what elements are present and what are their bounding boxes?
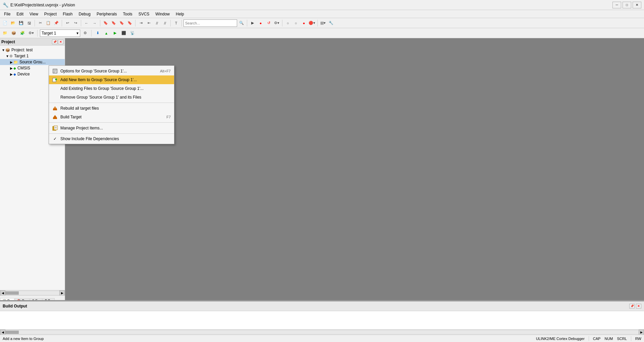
dbg-step-over-button[interactable]: ●: [300, 19, 308, 27]
menu-help[interactable]: Help: [173, 11, 187, 17]
bottom-scroll-track[interactable]: [5, 331, 639, 334]
open-button[interactable]: 📂: [9, 19, 17, 27]
search-button[interactable]: 🔍: [238, 19, 245, 27]
ctx-build-target[interactable]: Build Target F7: [49, 113, 174, 121]
scroll-right-btn[interactable]: ▶: [59, 290, 65, 296]
cut-button[interactable]: ✂: [37, 19, 44, 27]
ctx-show-include-label: Show Include File Dependencies: [60, 136, 171, 141]
menu-edit[interactable]: Edit: [14, 11, 26, 17]
scroll-left-btn[interactable]: ◀: [0, 290, 5, 296]
bookmark4-button[interactable]: 🔖: [126, 19, 133, 27]
copy-button[interactable]: 📋: [45, 19, 52, 27]
tree-source-group[interactable]: ▶ 📁 Source Grou...: [0, 59, 65, 65]
ctx-add-existing-label: Add Existing Files to Group 'Source Grou…: [60, 86, 171, 91]
paste-button[interactable]: 📌: [53, 19, 60, 27]
target-dropdown-value: Target 1: [42, 31, 56, 36]
menu-flash[interactable]: Flash: [60, 11, 75, 17]
scroll-track[interactable]: [5, 291, 59, 295]
build-output-header-bar: Build Output 📌 ✕: [0, 301, 644, 311]
rebuild-icon: [52, 106, 58, 111]
trace-button[interactable]: 📡: [129, 30, 136, 37]
bottom-scroll-left[interactable]: ◀: [0, 330, 5, 335]
search-input[interactable]: [185, 21, 235, 25]
panel-header-controls: 📌 ✕: [52, 40, 63, 44]
debug-stop-button[interactable]: ●: [257, 19, 264, 27]
ctx-add-existing[interactable]: Add Existing Files to Group 'Source Grou…: [49, 84, 174, 93]
open-pack-button[interactable]: 📦: [10, 30, 17, 37]
download-button[interactable]: ⬇: [94, 30, 101, 37]
svg-marker-11: [53, 115, 57, 118]
ctx-add-new-item[interactable]: Add New Item to Group 'Source Group 1'..…: [49, 75, 174, 84]
nav-fwd-button[interactable]: →: [91, 19, 98, 27]
window-layout-button[interactable]: ▤▾: [319, 19, 327, 27]
maximize-button[interactable]: □: [623, 2, 631, 8]
debug-reset-button[interactable]: ↺: [265, 19, 272, 27]
sep8: [247, 20, 247, 26]
ctx-manage-project[interactable]: Manage Project Items...: [49, 124, 174, 132]
panel-close-button[interactable]: ✕: [58, 40, 63, 44]
extra-indicator: RW: [635, 337, 641, 341]
menu-file[interactable]: File: [1, 11, 13, 17]
ctx-rebuild-all[interactable]: Rebuild all target files: [49, 104, 174, 113]
menu-view[interactable]: View: [27, 11, 41, 17]
run-debug-button[interactable]: ▶: [111, 30, 119, 37]
bottom-scroll: ◀ ▶: [0, 329, 644, 335]
menu-debug[interactable]: Debug: [76, 11, 93, 17]
comment-button[interactable]: //: [153, 19, 161, 27]
pack-installer-button[interactable]: 🧩: [19, 30, 26, 37]
menu-tools[interactable]: Tools: [120, 11, 135, 17]
template-button[interactable]: T: [172, 19, 180, 27]
context-menu: Options for Group 'Source Group 1'... Al…: [49, 65, 174, 144]
status-right: ULINK2/ME Cortex Debugger CAP NUM SCRL R…: [536, 336, 641, 341]
ctx-options-group[interactable]: Options for Group 'Source Group 1'... Al…: [49, 67, 174, 75]
redo-button[interactable]: ↪: [72, 19, 79, 27]
device-icon: ◆: [13, 72, 16, 76]
sep5: [135, 20, 136, 26]
indent-button[interactable]: ⇥: [137, 19, 145, 27]
build-output-close[interactable]: ✕: [636, 304, 641, 308]
debug-start-button[interactable]: ▶: [249, 19, 256, 27]
uncomment-button[interactable]: //: [161, 19, 169, 27]
tree-project-root[interactable]: ▼ 📦 Project: test: [0, 47, 65, 53]
unindent-button[interactable]: ⇤: [145, 19, 153, 27]
project-label: Project: test: [11, 48, 33, 52]
nav-back-button[interactable]: ←: [83, 19, 90, 27]
close-button[interactable]: ✕: [633, 2, 641, 8]
erase-button[interactable]: ▲: [103, 30, 110, 37]
ctx-show-include[interactable]: ✓ Show Include File Dependencies: [49, 135, 174, 143]
undo-button[interactable]: ↩: [64, 19, 71, 27]
cmsis-icon: ◆: [13, 66, 16, 70]
sep4: [100, 20, 100, 26]
bottom-scroll-thumb: [5, 331, 19, 334]
menu-project[interactable]: Project: [42, 11, 59, 17]
target-dropdown[interactable]: Target 1 ▾: [40, 30, 80, 37]
ctx-remove-group[interactable]: Remove Group 'Source Group 1' and its Fi…: [49, 93, 174, 102]
expand-icon: ▶: [9, 66, 13, 70]
settings-button[interactable]: 🔧: [327, 19, 335, 27]
save-button[interactable]: 💾: [17, 19, 25, 27]
panel-pin-button[interactable]: 📌: [52, 40, 57, 44]
toolbar2: 📁 📦 🧩 ⚙▾ Target 1 ▾ ⚙ ⬇ ▲ ▶ ⬛ 📡: [0, 28, 644, 38]
dbg-more-button[interactable]: 🔴▾: [308, 19, 316, 27]
menu-svcs[interactable]: SVCS: [136, 11, 152, 17]
expand-icon: ▼: [5, 54, 9, 58]
menu-peripherals[interactable]: Peripherals: [94, 11, 120, 17]
bottom-scroll-right[interactable]: ▶: [639, 330, 644, 335]
new-uvision-button[interactable]: 📁: [1, 30, 9, 37]
sep7: [181, 20, 182, 26]
new-file-button[interactable]: 📄: [1, 19, 9, 27]
tree-target1[interactable]: ▼ ⚙ Target 1: [0, 53, 65, 59]
bookmark2-button[interactable]: 🔖: [110, 19, 117, 27]
dbg-run-button[interactable]: ○: [284, 19, 291, 27]
target-options-button[interactable]: ⚙▾: [28, 30, 35, 37]
dbg-step-button[interactable]: ○: [292, 19, 300, 27]
debug-options-button[interactable]: ⚙▾: [273, 19, 280, 27]
bookmark3-button[interactable]: 🔖: [118, 19, 125, 27]
stop-debug-button[interactable]: ⬛: [120, 30, 127, 37]
menu-window[interactable]: Window: [153, 11, 172, 17]
build-output-pin[interactable]: 📌: [629, 304, 635, 308]
minimize-button[interactable]: ─: [612, 2, 621, 8]
manage-targets-button[interactable]: ⚙: [82, 30, 89, 37]
bookmark1-button[interactable]: 🔖: [102, 19, 109, 27]
save-all-button[interactable]: 🖫: [25, 19, 33, 27]
